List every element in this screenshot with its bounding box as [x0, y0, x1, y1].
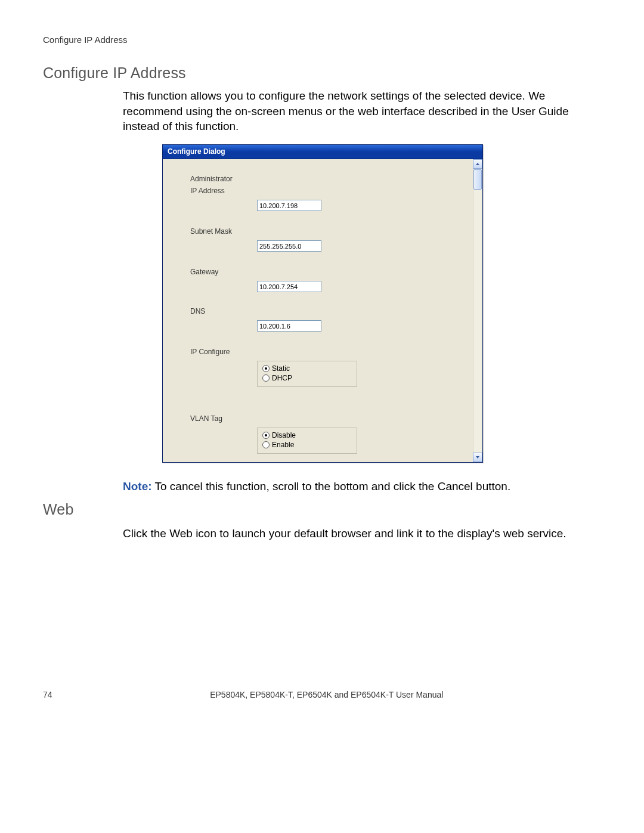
label-administrator: Administrator [190, 175, 233, 183]
label-subnet-mask: Subnet Mask [190, 227, 232, 236]
radio-dot-icon [262, 432, 270, 439]
chevron-up-icon [475, 162, 480, 166]
group-vlan-tag: Disable Enable [257, 428, 357, 454]
radio-enable-label: Enable [272, 441, 294, 449]
radio-dot-icon [262, 365, 270, 372]
label-gateway: Gateway [190, 268, 218, 276]
dialog-title-text: Configure Dialog [168, 147, 225, 156]
section-description-web: Click the Web icon to launch your defaul… [123, 526, 601, 541]
input-dns[interactable] [257, 320, 321, 332]
section-title-configure-ip: Configure IP Address [43, 64, 186, 82]
radio-dot-icon [262, 374, 270, 382]
note-text: To cancel this function, scroll to the b… [152, 480, 511, 493]
input-gateway[interactable] [257, 281, 321, 292]
scroll-down-button[interactable] [473, 453, 482, 462]
scroll-up-button[interactable] [473, 159, 482, 169]
label-ip-configure: IP Configure [190, 348, 230, 356]
input-ip-address[interactable] [257, 200, 321, 211]
label-dns: DNS [190, 307, 205, 315]
radio-dhcp-label: DHCP [272, 374, 292, 382]
radio-dot-icon [262, 441, 270, 448]
label-vlan-tag: VLAN Tag [190, 414, 222, 423]
section-title-web: Web [43, 501, 74, 518]
dialog-body: Administrator IP Address Subnet Mask Gat… [163, 159, 482, 462]
footer-doc-title: EP5804K, EP5804K-T, EP6504K and EP6504K-… [43, 690, 601, 699]
configure-dialog-window: Configure Dialog Administrator IP Addres… [162, 144, 483, 463]
radio-static[interactable]: Static [262, 364, 352, 373]
note-line: Note: To cancel this function, scroll to… [123, 480, 510, 493]
radio-dhcp[interactable]: DHCP [262, 373, 352, 383]
scroll-thumb[interactable] [473, 169, 482, 190]
page-number: 74 [43, 690, 52, 699]
chevron-down-icon [475, 455, 480, 460]
page-footer: 74 EP5804K, EP5804K-T, EP6504K and EP650… [43, 690, 601, 699]
manual-page: Configure IP Address Configure IP Addres… [0, 0, 644, 833]
section-description-configure-ip: This function allows you to configure th… [123, 88, 601, 134]
page-header-breadcrumb: Configure IP Address [43, 35, 127, 45]
input-subnet-mask[interactable] [257, 240, 321, 252]
radio-disable[interactable]: Disable [262, 431, 352, 440]
radio-static-label: Static [272, 364, 290, 373]
dialog-titlebar[interactable]: Configure Dialog [163, 145, 482, 159]
label-ip-address: IP Address [190, 187, 225, 195]
group-ip-configure: Static DHCP [257, 361, 357, 387]
radio-enable[interactable]: Enable [262, 440, 352, 450]
note-label: Note: [123, 480, 152, 493]
dialog-scrollbar[interactable] [473, 159, 482, 462]
radio-disable-label: Disable [272, 431, 296, 439]
